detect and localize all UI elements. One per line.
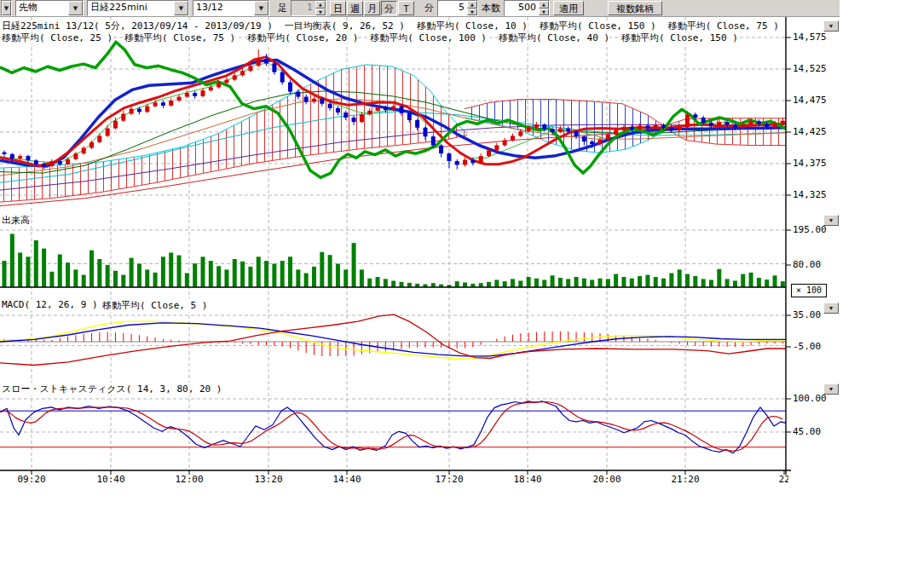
volume-bar <box>113 271 118 287</box>
volume-bar <box>97 259 101 287</box>
candle-body <box>153 102 158 106</box>
candle-body <box>384 107 388 110</box>
volume-bar <box>614 274 618 287</box>
clipped-combo[interactable]: ▼ <box>1 0 12 16</box>
candle-body <box>598 140 603 144</box>
candle-body <box>693 114 697 118</box>
volume-bar <box>558 278 563 287</box>
volume-bar <box>130 258 134 287</box>
candle-body <box>272 63 276 72</box>
minutes-value: 5 <box>438 1 467 15</box>
volume-bar <box>765 280 769 287</box>
period-monthly-button[interactable]: 月 <box>364 1 380 15</box>
contract-month-combo[interactable]: 13/12 ▼ <box>193 0 269 16</box>
candle-body <box>288 83 292 92</box>
volume-panel-menu-button[interactable]: ▼ <box>823 215 839 226</box>
stoch-panel-menu-button[interactable]: ▼ <box>823 383 839 395</box>
volume-bar <box>725 279 730 287</box>
volume-bar <box>320 252 324 287</box>
bar-interval-value: 1 <box>291 1 315 15</box>
candle-body <box>494 146 499 151</box>
volume-multiplier-box: × 100 <box>791 284 827 297</box>
spinner-arrows-icon[interactable]: ▲▼ <box>315 1 326 15</box>
volume-bar <box>3 261 7 287</box>
candle-body <box>590 141 594 144</box>
candle-body <box>201 90 205 96</box>
volume-bar <box>58 255 62 287</box>
candle-body <box>733 124 737 128</box>
volume-bar <box>233 259 237 287</box>
candle-body <box>582 136 586 141</box>
volume-bar <box>169 252 173 287</box>
candle-body <box>431 136 436 145</box>
instrument-combo[interactable]: 日経225mini ▼ <box>87 0 189 16</box>
volume-bar <box>407 283 412 287</box>
plot-area <box>0 17 786 470</box>
period-daily-button[interactable]: 日 <box>330 1 346 15</box>
candle-body <box>439 146 443 154</box>
chart-canvas[interactable] <box>0 17 912 588</box>
volume-bar <box>66 262 70 287</box>
volume-bar <box>527 277 531 287</box>
volume-bar <box>296 269 300 287</box>
minutes-spinner[interactable]: 5 ▲▼ <box>437 0 478 16</box>
candle-body <box>725 122 730 124</box>
price-panel-menu-button[interactable]: ▼ <box>823 20 839 32</box>
candle-body <box>177 97 182 101</box>
volume-bar <box>574 277 579 287</box>
instrument-type-combo[interactable]: 先物 ▼ <box>15 0 84 16</box>
volume-bar <box>49 272 54 287</box>
bars-count-value: 500 <box>505 1 539 15</box>
period-weekly-button[interactable]: 週 <box>347 1 363 15</box>
candle-body <box>130 109 134 114</box>
volume-bar <box>455 281 459 287</box>
candle-body <box>757 121 761 124</box>
candle-body <box>336 108 340 112</box>
volume-bar <box>693 276 697 287</box>
period-minute-button[interactable]: 分 <box>381 1 397 15</box>
chevron-down-icon[interactable]: ▼ <box>2 1 11 15</box>
volume-bar <box>224 269 228 287</box>
candle-body <box>781 121 785 124</box>
volume-bar <box>328 255 332 287</box>
candle-body <box>161 102 165 106</box>
volume-bar <box>216 266 221 287</box>
candle-body <box>470 160 475 164</box>
volume-bar <box>534 279 539 287</box>
period-tick-button[interactable]: T <box>398 1 414 15</box>
volume-bar <box>73 269 78 287</box>
volume-bar <box>153 273 158 287</box>
candle-body <box>216 83 221 87</box>
spinner-arrows-icon[interactable]: ▲▼ <box>467 1 477 15</box>
volume-bar <box>757 278 761 287</box>
bars-count-label: 本数 <box>482 2 500 14</box>
bar-interval-spinner[interactable]: 1 ▲▼ <box>291 0 326 16</box>
candle-body <box>701 118 706 123</box>
apply-button[interactable]: 適用 <box>553 1 584 15</box>
multi-symbol-button[interactable]: 複数銘柄 <box>608 1 662 15</box>
candle-body <box>574 131 579 136</box>
volume-bar <box>121 275 125 287</box>
volume-bar <box>511 279 515 287</box>
bars-count-spinner[interactable]: 500 ▲▼ <box>504 0 550 16</box>
bar-type-label: 足 <box>278 2 287 14</box>
volume-bar <box>384 279 388 287</box>
volume-bar <box>82 275 86 287</box>
spinner-arrows-icon[interactable]: ▲▼ <box>539 1 549 15</box>
volume-bar <box>343 269 348 287</box>
candle-body <box>407 113 412 120</box>
macd-panel-menu-button[interactable]: ▼ <box>823 303 839 314</box>
chevron-down-icon[interactable]: ▼ <box>254 1 268 15</box>
candle-body <box>638 126 642 130</box>
volume-bar <box>209 261 213 287</box>
candle-body <box>511 135 515 140</box>
chevron-down-icon[interactable]: ▼ <box>68 1 83 15</box>
volume-bar <box>773 275 777 287</box>
candle-body <box>296 92 300 97</box>
candle-body <box>26 156 30 160</box>
candle-body <box>240 71 245 75</box>
volume-bar <box>10 233 14 287</box>
volume-bar <box>685 274 690 287</box>
chevron-down-icon[interactable]: ▼ <box>174 1 188 15</box>
candle-body <box>264 59 268 63</box>
